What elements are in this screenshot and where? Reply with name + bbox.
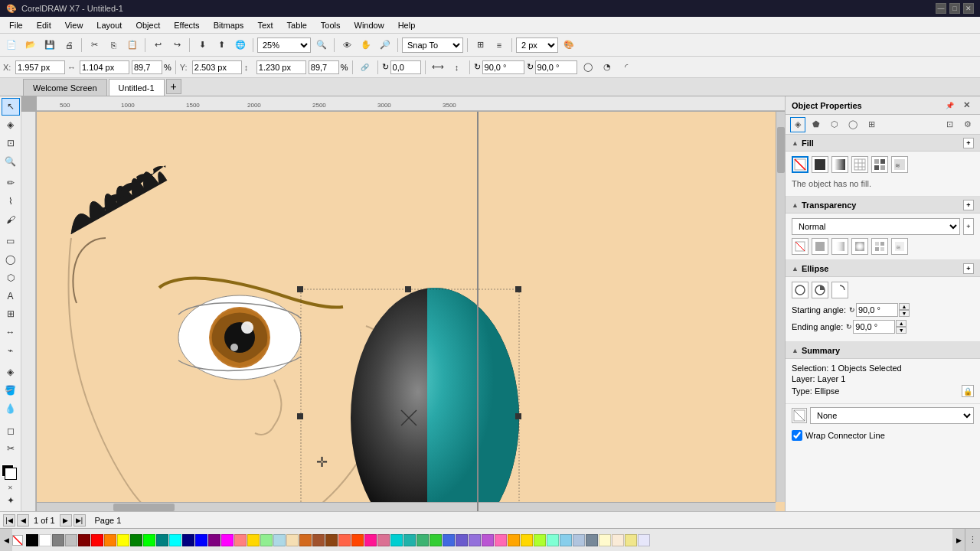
open-button[interactable]: 📂 (22, 37, 39, 54)
lock-ratio-button[interactable]: 🔗 (357, 59, 374, 76)
pen-size-combo[interactable]: 2 px (516, 37, 558, 53)
color-swatch-26[interactable] (364, 534, 377, 546)
angle1-input[interactable] (482, 60, 524, 74)
trans-lock-btn[interactable]: + (963, 218, 974, 235)
color-swatch-8[interactable] (130, 534, 142, 546)
color-swatch-40[interactable] (547, 534, 559, 546)
flip-v-button[interactable]: ↕ (449, 59, 466, 76)
polygon-tool[interactable]: ⬡ (2, 269, 20, 286)
color-swatch-44[interactable] (599, 534, 611, 546)
cut-button[interactable]: ✂ (86, 37, 103, 54)
color-swatch-45[interactable] (612, 534, 624, 546)
freehand-tool[interactable]: ✏ (2, 174, 20, 192)
color-swatch-6[interactable] (104, 534, 116, 546)
zoom-tool[interactable]: 🔍 (2, 152, 20, 170)
palette-scroll-right-btn[interactable]: ▶ (952, 529, 965, 551)
trans-gradient-btn[interactable] (831, 238, 848, 255)
menu-file[interactable]: File (3, 19, 29, 31)
node-tool[interactable]: ◈ (2, 116, 20, 134)
panel-close-btn[interactable]: ✕ (959, 98, 974, 113)
menu-text[interactable]: Text (251, 19, 279, 31)
start-angle-input[interactable] (856, 303, 898, 317)
tab-welcome[interactable]: Welcome Screen (23, 79, 107, 96)
select-tool[interactable]: ↖ (2, 98, 20, 116)
distribute-button[interactable]: ≡ (491, 37, 508, 54)
color-swatch-13[interactable] (195, 534, 207, 546)
color-swatch-18[interactable] (260, 534, 273, 546)
paste-button[interactable]: 📋 (124, 37, 141, 54)
ellipse-section-header[interactable]: ▲ Ellipse + (786, 260, 980, 277)
fill-mesh-btn[interactable] (851, 156, 868, 173)
menu-bitmaps[interactable]: Bitmaps (207, 19, 250, 31)
dimension-tool[interactable]: ↔ (2, 324, 20, 341)
color-swatch-41[interactable] (560, 534, 572, 546)
publish-button[interactable]: 🌐 (232, 37, 249, 54)
redo-button[interactable]: ↪ (168, 37, 185, 54)
eraser-tool[interactable]: ◻ (2, 422, 20, 439)
trans-options[interactable]: + (963, 200, 974, 210)
menu-window[interactable]: Window (348, 19, 390, 31)
next-page-btn[interactable]: ▶ (60, 514, 72, 527)
color-swatch-17[interactable] (247, 534, 260, 546)
zoom-in-button[interactable]: 🔍 (313, 37, 330, 54)
end-angle-up[interactable]: ▲ (896, 320, 906, 327)
color-swatch-38[interactable] (521, 534, 533, 546)
color-swatch-23[interactable] (325, 534, 338, 546)
color-swatch-9[interactable] (143, 534, 155, 546)
trans-radial-btn[interactable] (851, 238, 868, 255)
color-swatch-10[interactable] (156, 534, 168, 546)
arc-btn2[interactable] (831, 282, 848, 298)
color-swatch-33[interactable] (456, 534, 468, 546)
rectangle-tool[interactable]: ▭ (2, 233, 20, 250)
color-swatch-14[interactable] (208, 534, 220, 546)
color-swatch-43[interactable] (586, 534, 598, 546)
start-angle-down[interactable]: ▼ (899, 310, 910, 317)
end-angle-down[interactable]: ▼ (896, 327, 906, 334)
menu-view[interactable]: View (59, 19, 90, 31)
x-input[interactable] (15, 60, 65, 74)
color-swatch-32[interactable] (443, 534, 455, 546)
color-swatch-29[interactable] (403, 534, 416, 546)
color-picker-button[interactable]: 🎨 (560, 37, 577, 54)
color-swatch-16[interactable] (234, 534, 247, 546)
tab-add-button[interactable]: + (166, 79, 181, 94)
end-angle-input[interactable] (853, 320, 895, 334)
ellipse-btn[interactable]: ◯ (580, 59, 596, 76)
summary-section-header[interactable]: ▲ Summary (786, 342, 980, 359)
artistic-media-tool[interactable]: 🖌 (2, 210, 20, 228)
menu-tools[interactable]: Tools (315, 19, 347, 31)
export-button[interactable]: ⬆ (213, 37, 230, 54)
no-color-swatch[interactable] (12, 535, 23, 546)
view-mode-button[interactable]: 👁 (338, 37, 355, 54)
y-input[interactable] (192, 60, 242, 74)
v-scroll-thumb[interactable] (777, 127, 785, 173)
virtual-segment-tool[interactable]: ✂ (2, 440, 20, 458)
fill-solid-btn[interactable] (812, 156, 828, 173)
prev-page-btn[interactable]: ◀ (17, 514, 29, 527)
color-swatch-42[interactable] (573, 534, 585, 546)
color-dropper-tool[interactable]: 💧 (2, 400, 20, 418)
color-swatch-20[interactable] (286, 534, 299, 546)
color-swatch-11[interactable] (169, 534, 181, 546)
color-swatch-0[interactable] (26, 534, 38, 546)
h-scroll-thumb[interactable] (113, 504, 175, 511)
zoom-combo[interactable]: 25% (257, 37, 311, 53)
color-swatch-12[interactable] (182, 534, 194, 546)
h-input[interactable] (256, 60, 306, 74)
first-page-btn[interactable]: |◀ (3, 514, 15, 527)
fill-tool[interactable]: ◈ (2, 364, 20, 381)
panel-tab-fill[interactable]: ◈ (790, 117, 805, 132)
save-button[interactable]: 💾 (41, 37, 58, 54)
panel-tab-more[interactable]: ⊞ (864, 117, 879, 132)
style-combo[interactable]: None (810, 407, 974, 424)
color-swatch-24[interactable] (338, 534, 351, 546)
fill-section-header[interactable]: ▲ Fill + (786, 135, 980, 152)
color-swatch-28[interactable] (390, 534, 403, 546)
type-lock-btn[interactable]: 🔒 (962, 385, 974, 397)
rotation-input[interactable] (390, 60, 421, 74)
palette-settings-btn[interactable]: ⋮ (965, 529, 980, 551)
fill-texture-btn[interactable]: ≋ (891, 156, 908, 173)
trans-solid-btn[interactable] (812, 238, 828, 255)
ellipse-full-btn[interactable] (792, 282, 808, 298)
color-swatch-2[interactable] (52, 534, 64, 546)
